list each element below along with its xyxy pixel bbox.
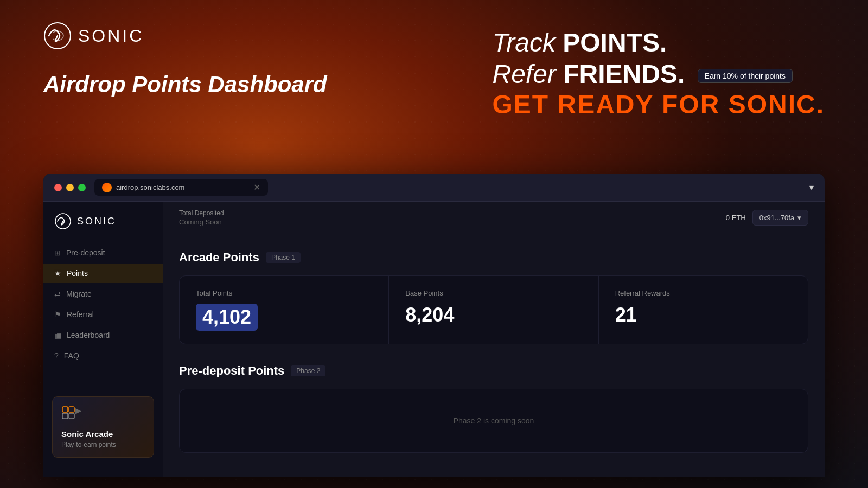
hero-logo-text: SONIC xyxy=(78,26,144,46)
referral-rewards-label: Referral Rewards xyxy=(615,289,792,297)
sonic-logo-icon xyxy=(43,22,72,50)
sidebar-nav: ⊞ Pre-deposit ★ Points ⇄ Migrate ⚑ Refer… xyxy=(43,243,163,388)
sidebar-logo-icon xyxy=(54,213,72,230)
coming-soon-text: Phase 2 is coming soon xyxy=(196,416,792,425)
arcade-card-icon: ▶ xyxy=(61,406,145,424)
arcade-card-subtitle: Play-to-earn points xyxy=(61,441,145,448)
browser-window: airdrop.soniclabs.com ✕ ▾ SONIC ⊞ Pre-de… xyxy=(43,174,825,477)
sidebar-item-pre-deposit[interactable]: ⊞ Pre-deposit xyxy=(43,243,163,262)
svg-rect-3 xyxy=(69,407,74,412)
referral-label: Referral xyxy=(67,310,94,319)
total-deposited-label: Total Deposited xyxy=(179,209,224,217)
migrate-label: Migrate xyxy=(66,290,92,298)
arcade-phase-badge: Phase 1 xyxy=(266,252,301,263)
pre-deposit-label: Pre-deposit xyxy=(66,248,105,257)
referral-icon: ⚑ xyxy=(54,310,61,319)
hero-tagline: Track POINTS. Refer FRIENDS. Earn 10% of… xyxy=(492,22,825,119)
dashboard-title: Airdrop Points Dashboard xyxy=(43,72,327,98)
leaderboard-icon: ▦ xyxy=(54,331,61,339)
app-layout: SONIC ⊞ Pre-deposit ★ Points ⇄ Migrate ⚑… xyxy=(43,202,825,477)
referral-rewards-value: 21 xyxy=(615,304,792,326)
predeposit-phase-badge: Phase 2 xyxy=(291,365,326,376)
get-ready-line: GET READY FOR SONIC. xyxy=(492,89,825,119)
site-favicon xyxy=(102,183,112,192)
arcade-points-title: Arcade Points xyxy=(179,251,259,265)
migrate-icon: ⇄ xyxy=(54,290,61,298)
points-label: POINTS. xyxy=(563,28,667,57)
sidebar-item-leaderboard[interactable]: ▦ Leaderboard xyxy=(43,325,163,345)
traffic-lights xyxy=(54,184,86,191)
svg-text:▶: ▶ xyxy=(75,406,81,415)
arcade-points-card: Total Points 4,102 Base Points 8,204 Ref… xyxy=(179,275,808,344)
total-deposited-value: Coming Soon xyxy=(179,218,224,226)
friends-label: FRIENDS. xyxy=(563,60,685,88)
wallet-address-text: 0x91...70fa xyxy=(760,214,794,222)
browser-chevron-icon[interactable]: ▾ xyxy=(809,182,814,192)
sidebar-item-points[interactable]: ★ Points xyxy=(43,264,163,283)
main-content: Total Deposited Coming Soon 0 ETH 0x91..… xyxy=(163,202,825,477)
arcade-points-section-title: Arcade Points Phase 1 xyxy=(179,251,808,265)
eth-amount: 0 ETH xyxy=(726,214,746,222)
referral-rewards-cell: Referral Rewards 21 xyxy=(599,276,808,344)
total-points-value: 4,102 xyxy=(196,304,258,331)
predeposit-title: Pre-deposit Points xyxy=(179,364,284,378)
wallet-dropdown-icon: ▾ xyxy=(797,214,801,222)
track-points-line: Track POINTS. xyxy=(492,27,825,59)
refer-label: Refer xyxy=(492,60,556,88)
total-deposited: Total Deposited Coming Soon xyxy=(179,209,224,226)
address-bar[interactable]: airdrop.soniclabs.com ✕ xyxy=(94,179,268,196)
pre-deposit-icon: ⊞ xyxy=(54,248,61,257)
hero-section: SONIC Airdrop Points Dashboard Track POI… xyxy=(0,0,868,174)
close-button[interactable] xyxy=(54,184,62,191)
url-text: airdrop.soniclabs.com xyxy=(116,183,184,191)
content-header: Total Deposited Coming Soon 0 ETH 0x91..… xyxy=(163,202,825,234)
sidebar: SONIC ⊞ Pre-deposit ★ Points ⇄ Migrate ⚑… xyxy=(43,202,163,477)
sonic-logo: SONIC xyxy=(43,22,327,50)
maximize-button[interactable] xyxy=(78,184,86,191)
total-points-cell: Total Points 4,102 xyxy=(180,276,389,344)
close-tab-icon[interactable]: ✕ xyxy=(253,182,260,192)
track-label: Track xyxy=(492,28,555,57)
base-points-value: 8,204 xyxy=(405,304,582,326)
coming-soon-card: Phase 2 is coming soon xyxy=(179,389,808,453)
logo-area: SONIC Airdrop Points Dashboard xyxy=(43,22,327,98)
points-icon: ★ xyxy=(54,269,61,278)
minimize-button[interactable] xyxy=(66,184,74,191)
arcade-card-title: Sonic Arcade xyxy=(61,429,145,439)
points-content: Arcade Points Phase 1 Total Points 4,102… xyxy=(163,234,825,477)
sidebar-item-referral[interactable]: ⚑ Referral xyxy=(43,305,163,324)
wallet-address[interactable]: 0x91...70fa ▾ xyxy=(752,210,808,226)
faq-label: FAQ xyxy=(64,351,79,360)
predeposit-section: Pre-deposit Points Phase 2 Phase 2 is co… xyxy=(179,364,808,453)
svg-rect-2 xyxy=(62,407,68,412)
sidebar-item-migrate[interactable]: ⇄ Migrate xyxy=(43,284,163,304)
base-points-cell: Base Points 8,204 xyxy=(389,276,598,344)
earn-badge: Earn 10% of their points xyxy=(698,69,793,84)
predeposit-section-title: Pre-deposit Points Phase 2 xyxy=(179,364,808,378)
wallet-info: 0 ETH 0x91...70fa ▾ xyxy=(726,210,808,226)
browser-chrome: airdrop.soniclabs.com ✕ ▾ xyxy=(43,174,825,202)
arcade-card[interactable]: ▶ Sonic Arcade Play-to-earn points xyxy=(52,396,154,458)
svg-rect-5 xyxy=(69,413,74,419)
sidebar-logo-text: SONIC xyxy=(77,216,116,227)
sidebar-logo: SONIC xyxy=(43,213,163,243)
base-points-label: Base Points xyxy=(405,289,582,297)
leaderboard-label: Leaderboard xyxy=(67,331,110,339)
faq-icon: ? xyxy=(54,351,59,360)
points-label: Points xyxy=(67,269,88,278)
refer-friends-line: Refer FRIENDS. Earn 10% of their points xyxy=(492,59,825,90)
total-points-label: Total Points xyxy=(196,289,372,297)
svg-rect-4 xyxy=(62,413,68,419)
sidebar-item-faq[interactable]: ? FAQ xyxy=(43,346,163,365)
